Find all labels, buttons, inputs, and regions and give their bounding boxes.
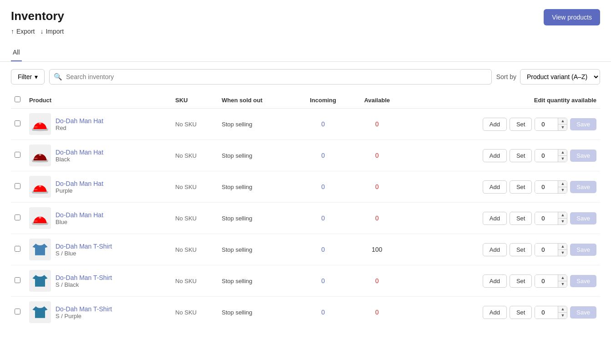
add-button-3[interactable]: Add bbox=[483, 180, 507, 194]
row-checkbox-3[interactable] bbox=[15, 183, 20, 189]
product-name-1[interactable]: Do-Dah Man Hat bbox=[56, 117, 103, 125]
add-button-6[interactable]: Add bbox=[483, 274, 507, 288]
qty-up-4[interactable]: ▲ bbox=[558, 212, 567, 219]
product-name-7[interactable]: Do-Dah Man T-Shirt bbox=[56, 305, 112, 313]
row-checkbox-7[interactable] bbox=[15, 309, 20, 314]
qty-down-1[interactable]: ▼ bbox=[558, 125, 567, 130]
qty-input-4[interactable] bbox=[535, 212, 558, 224]
col-incoming: Incoming bbox=[296, 92, 350, 109]
search-wrap: 🔍 bbox=[49, 69, 492, 85]
filter-label: Filter bbox=[18, 73, 32, 80]
qty-input-7[interactable] bbox=[535, 306, 558, 319]
qty-down-6[interactable]: ▼ bbox=[558, 281, 567, 287]
qty-up-7[interactable]: ▲ bbox=[558, 306, 567, 313]
col-sku: SKU bbox=[172, 92, 218, 109]
save-button-3[interactable]: Save bbox=[570, 181, 596, 193]
page-title: Inventory bbox=[11, 9, 64, 23]
row-checkbox-5[interactable] bbox=[15, 246, 20, 252]
qty-down-2[interactable]: ▼ bbox=[558, 156, 567, 162]
filter-button[interactable]: Filter ▾ bbox=[11, 69, 45, 85]
svg-point-7 bbox=[39, 184, 41, 187]
when-sold-cell-2: Stop selling bbox=[218, 140, 296, 171]
tab-all[interactable]: All bbox=[11, 44, 22, 61]
product-variant-7: S / Purple bbox=[56, 313, 112, 319]
qty-up-3[interactable]: ▲ bbox=[558, 181, 567, 187]
set-button-5[interactable]: Set bbox=[510, 243, 532, 256]
table-row: Do-Dah Man Hat Black No SKU Stop selling… bbox=[11, 140, 600, 171]
svg-point-1 bbox=[39, 122, 41, 125]
qty-spinners-6: ▲ ▼ bbox=[558, 275, 567, 287]
when-sold-cell-1: Stop selling bbox=[218, 109, 296, 140]
edit-qty-cell-5: Add Set ▲ ▼ Save bbox=[404, 234, 600, 265]
select-all-checkbox[interactable] bbox=[15, 96, 20, 102]
product-name-5[interactable]: Do-Dah Man T-Shirt bbox=[56, 243, 112, 250]
col-product: Product bbox=[25, 92, 172, 109]
sku-cell-6: No SKU bbox=[172, 265, 218, 297]
sort-label: Sort by bbox=[496, 73, 516, 80]
qty-down-5[interactable]: ▼ bbox=[558, 250, 567, 256]
add-button-4[interactable]: Add bbox=[483, 212, 507, 225]
row-checkbox-1[interactable] bbox=[15, 120, 20, 126]
add-button-1[interactable]: Add bbox=[483, 118, 507, 131]
save-button-5[interactable]: Save bbox=[570, 244, 596, 256]
add-button-5[interactable]: Add bbox=[483, 243, 507, 256]
row-checkbox-cell bbox=[11, 234, 25, 265]
qty-up-6[interactable]: ▲ bbox=[558, 275, 567, 281]
sort-select[interactable]: Product variant (A–Z) Product variant (Z… bbox=[520, 69, 600, 85]
save-button-6[interactable]: Save bbox=[570, 275, 596, 287]
search-input[interactable] bbox=[49, 69, 492, 85]
product-name-2[interactable]: Do-Dah Man Hat bbox=[56, 149, 103, 156]
incoming-cell-7: 0 bbox=[296, 297, 350, 328]
qty-up-1[interactable]: ▲ bbox=[558, 118, 567, 125]
qty-input-wrap-2: ▲ ▼ bbox=[535, 149, 567, 162]
toolbar: Filter ▾ 🔍 Sort by Product variant (A–Z)… bbox=[11, 69, 600, 85]
set-button-6[interactable]: Set bbox=[510, 274, 532, 288]
available-cell-7: 0 bbox=[350, 297, 404, 328]
set-button-2[interactable]: Set bbox=[510, 149, 532, 162]
save-button-7[interactable]: Save bbox=[570, 306, 596, 319]
qty-input-3[interactable] bbox=[535, 181, 558, 193]
add-button-7[interactable]: Add bbox=[483, 306, 507, 319]
row-checkbox-6[interactable] bbox=[15, 277, 20, 283]
save-button-2[interactable]: Save bbox=[570, 150, 596, 162]
when-sold-cell-3: Stop selling bbox=[218, 171, 296, 203]
incoming-cell-1: 0 bbox=[296, 109, 350, 140]
product-name-6[interactable]: Do-Dah Man T-Shirt bbox=[56, 274, 112, 281]
add-button-2[interactable]: Add bbox=[483, 149, 507, 162]
product-image-4 bbox=[29, 207, 51, 229]
qty-down-4[interactable]: ▼ bbox=[558, 219, 567, 224]
edit-qty-cell-1: Add Set ▲ ▼ Save bbox=[404, 109, 600, 140]
qty-input-2[interactable] bbox=[535, 150, 558, 162]
import-button[interactable]: Import bbox=[40, 28, 64, 35]
svg-rect-8 bbox=[34, 189, 37, 190]
product-variant-6: S / Black bbox=[56, 281, 112, 288]
set-button-4[interactable]: Set bbox=[510, 212, 532, 225]
view-products-button[interactable]: View products bbox=[544, 9, 600, 25]
export-button[interactable]: Export bbox=[11, 28, 35, 35]
row-checkbox-4[interactable] bbox=[15, 214, 20, 220]
qty-down-3[interactable]: ▼ bbox=[558, 187, 567, 193]
set-button-3[interactable]: Set bbox=[510, 180, 532, 194]
qty-input-6[interactable] bbox=[535, 275, 558, 287]
svg-rect-2 bbox=[34, 127, 37, 128]
qty-input-5[interactable] bbox=[535, 244, 558, 256]
qty-input-1[interactable] bbox=[535, 118, 558, 130]
set-button-7[interactable]: Set bbox=[510, 306, 532, 319]
edit-qty-cell-4: Add Set ▲ ▼ Save bbox=[404, 203, 600, 234]
when-sold-cell-6: Stop selling bbox=[218, 265, 296, 297]
table-row: Do-Dah Man Hat Blue No SKU Stop selling … bbox=[11, 203, 600, 234]
available-cell-5: 100 bbox=[350, 234, 404, 265]
table-row: Do-Dah Man T-Shirt S / Black No SKU Stop… bbox=[11, 265, 600, 297]
product-image-1 bbox=[29, 113, 51, 135]
save-button-4[interactable]: Save bbox=[570, 212, 596, 224]
qty-down-7[interactable]: ▼ bbox=[558, 313, 567, 319]
product-name-3[interactable]: Do-Dah Man Hat bbox=[56, 180, 103, 187]
set-button-1[interactable]: Set bbox=[510, 118, 532, 131]
product-name-4[interactable]: Do-Dah Man Hat bbox=[56, 211, 103, 219]
product-variant-5: S / Blue bbox=[56, 250, 112, 257]
row-checkbox-2[interactable] bbox=[15, 152, 20, 158]
qty-up-2[interactable]: ▲ bbox=[558, 150, 567, 156]
qty-up-5[interactable]: ▲ bbox=[558, 244, 567, 250]
qty-spinners-1: ▲ ▼ bbox=[558, 118, 567, 130]
save-button-1[interactable]: Save bbox=[570, 118, 596, 130]
